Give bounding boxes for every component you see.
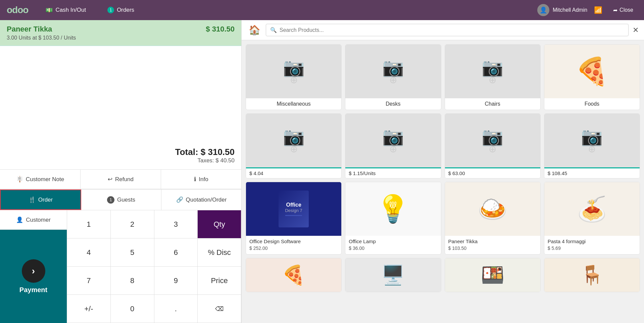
odoo-logo: odoo <box>7 5 28 15</box>
close-button[interactable]: ➦ Close <box>609 5 637 15</box>
key-8[interactable]: 8 <box>111 267 154 295</box>
product-img-r4-1: 🍕 <box>246 258 341 292</box>
product-row4-2[interactable]: 🖥️ <box>345 258 441 292</box>
key-plusminus[interactable]: +/- <box>67 295 111 323</box>
foods-image: 🍕 <box>544 45 640 98</box>
key-0[interactable]: 0 <box>111 295 154 323</box>
product-row2-4[interactable]: 📷 ⊕ $ 108.45 <box>544 113 640 178</box>
pasta-price: $ 5.69 <box>544 245 640 254</box>
orders-button[interactable]: 1 Orders <box>103 5 138 15</box>
key-3[interactable]: 3 <box>154 210 198 238</box>
close-search-button[interactable]: ✕ <box>633 26 639 35</box>
order-item-row[interactable]: Paneer Tikka $ 310.50 3.00 Units at $ 10… <box>0 20 241 46</box>
chairs-image: 📷 ⊕ <box>445 45 540 98</box>
key-dot[interactable]: . <box>154 295 198 323</box>
product-row2-1[interactable]: 📷 ⊕ $ 4.04 <box>246 113 342 178</box>
payment-section[interactable]: › Payment <box>0 230 67 323</box>
product-price-r2-1: $ 4.04 <box>246 167 341 178</box>
key-5[interactable]: 5 <box>111 238 154 267</box>
product-img-r2-4: 📷 ⊕ <box>544 114 640 167</box>
paneer-tikka-name: Paneer Tikka <box>445 236 540 245</box>
quotation-order-label: Quotation/Order <box>186 197 227 203</box>
chairs-label: Chairs <box>445 98 540 110</box>
order-totals: Total: $ 310.50 Taxes: $ 40.50 <box>0 46 241 169</box>
paneer-tikka-image: 🍛 <box>445 182 540 236</box>
order-item-detail: 3.00 Units at $ 103.50 / Units <box>7 35 235 41</box>
home-button[interactable]: 🏠 <box>247 23 262 38</box>
key-qty[interactable]: Qty <box>198 210 241 238</box>
product-office-lamp[interactable]: 💡 Office Lamp $ 36.00 <box>345 182 441 255</box>
product-row4-4[interactable]: 🪑 <box>544 258 640 292</box>
quotation-order-button[interactable]: 🔗 Quotation/Order <box>161 190 241 210</box>
top-navigation: odoo 💵 Cash In/Out 1 Orders 👤 Mitchell A… <box>0 0 644 20</box>
action-buttons-row1: 🪧 Customer Note ↩ Refund ℹ Info <box>0 169 241 189</box>
pasta-image: 🍝 <box>544 182 640 236</box>
product-row2-2[interactable]: 📷 ⊕ $ 1.15/Units <box>345 113 441 178</box>
order-item-price: $ 310.50 <box>206 25 235 34</box>
order-item-name-row: Paneer Tikka $ 310.50 <box>7 25 235 34</box>
key-price[interactable]: Price <box>198 267 241 295</box>
key-7[interactable]: 7 <box>67 267 111 295</box>
key-pct-disc[interactable]: % Disc <box>198 238 241 267</box>
office-software-price: $ 252.00 <box>246 245 341 254</box>
guests-button[interactable]: 1 Guests <box>81 190 161 210</box>
numpad: 1 2 3 Qty 4 5 6 % Disc 7 8 9 Price +/- 0… <box>67 210 241 323</box>
key-1[interactable]: 1 <box>67 210 111 238</box>
note-icon: 🪧 <box>16 176 23 183</box>
order-item-name: Paneer Tikka <box>7 25 52 34</box>
category-foods[interactable]: 🍕 Foods <box>544 44 640 110</box>
miscellaneous-image: 📷 ⊕ <box>246 45 341 98</box>
refund-button[interactable]: ↩ Refund <box>81 170 161 189</box>
office-lamp-price: $ 36.00 <box>345 245 441 254</box>
product-row4-1[interactable]: 🍕 <box>246 258 342 292</box>
key-9[interactable]: 9 <box>154 267 198 295</box>
customer-label: Customer <box>26 217 51 223</box>
product-office-software[interactable]: Office Design 7 Office Design Software $… <box>246 182 342 255</box>
category-chairs[interactable]: 📷 ⊕ Chairs <box>445 44 541 110</box>
avatar: 👤 <box>537 4 549 16</box>
office-software-name: Office Design Software <box>246 236 341 245</box>
cash-in-out-button[interactable]: 💵 Cash In/Out <box>42 5 90 16</box>
product-img-r4-3: 🍱 <box>445 258 540 292</box>
search-input-wrap[interactable]: 🔍 <box>266 24 629 36</box>
desks-label: Desks <box>345 98 441 110</box>
product-img-r2-2: 📷 ⊕ <box>345 114 441 167</box>
key-backspace[interactable]: ⌫ <box>198 295 241 323</box>
product-img-r2-3: 📷 ⊕ <box>445 114 540 167</box>
product-price-r2-2: $ 1.15/Units <box>345 167 441 178</box>
key-6[interactable]: 6 <box>154 238 198 267</box>
desks-image: 📷 ⊕ <box>345 45 441 98</box>
link-icon: 🔗 <box>176 196 183 203</box>
search-icon: 🔍 <box>270 27 277 33</box>
order-label: Order <box>38 197 53 203</box>
customer-note-label: Customer Note <box>26 176 64 183</box>
foods-label: Foods <box>544 98 640 110</box>
customer-icon: 👤 <box>16 216 23 223</box>
paneer-tikka-price: $ 103.50 <box>445 245 540 254</box>
product-img-r4-4: 🪑 <box>544 258 640 292</box>
key-2[interactable]: 2 <box>111 210 154 238</box>
order-button[interactable]: 🍴 Order <box>0 190 81 210</box>
category-miscellaneous[interactable]: 📷 ⊕ Miscellaneous <box>246 44 342 110</box>
office-software-image: Office Design 7 <box>246 182 341 236</box>
refund-label: Refund <box>115 176 134 183</box>
tax-line: Taxes: $ 40.50 <box>7 157 235 164</box>
key-4[interactable]: 4 <box>67 238 111 267</box>
main-layout: Paneer Tikka $ 310.50 3.00 Units at $ 10… <box>0 20 644 323</box>
left-actions: 👤 Customer › Payment <box>0 210 67 323</box>
customer-button[interactable]: 👤 Customer <box>0 210 67 230</box>
customer-note-button[interactable]: 🪧 Customer Note <box>0 170 81 189</box>
info-icon: ℹ <box>194 176 196 183</box>
category-desks[interactable]: 📷 ⊕ Desks <box>345 44 441 110</box>
info-button[interactable]: ℹ Info <box>161 170 241 189</box>
product-price-r2-3: $ 63.00 <box>445 167 540 178</box>
guests-label: Guests <box>117 197 135 203</box>
product-paneer-tikka[interactable]: 🍛 Paneer Tikka $ 103.50 <box>445 182 541 255</box>
search-input[interactable] <box>280 27 624 33</box>
product-img-r2-1: 📷 ⊕ <box>246 114 341 167</box>
product-row2-3[interactable]: 📷 ⊕ $ 63.00 <box>445 113 541 178</box>
action-buttons-row2: 🍴 Order 1 Guests 🔗 Quotation/Order <box>0 189 241 210</box>
product-pasta[interactable]: 🍝 Pasta 4 formaggi $ 5.69 <box>544 182 640 255</box>
product-row4-3[interactable]: 🍱 <box>445 258 541 292</box>
left-panel: Paneer Tikka $ 310.50 3.00 Units at $ 10… <box>0 20 242 323</box>
